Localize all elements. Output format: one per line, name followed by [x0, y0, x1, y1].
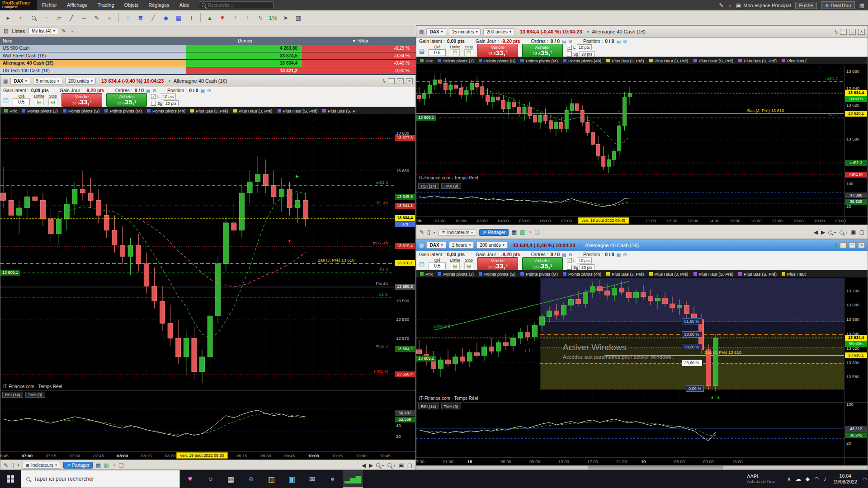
taskbar-clock[interactable]: 10:04 19/08/2022 [830, 470, 861, 488]
rsi-chip[interactable]: RSI (14) [418, 404, 439, 409]
order-ticket-icon[interactable]: ▤ [419, 47, 425, 54]
sell-button[interactable]: Vendre13 633,7 [477, 257, 518, 271]
buy-arrow-icon[interactable]: ▲ [204, 12, 215, 23]
dealthru-button[interactable]: ◆ DealThru [821, 1, 855, 9]
forward-icon[interactable]: ➤ [280, 12, 291, 23]
push-button[interactable]: Push+ [795, 2, 817, 9]
sell-arrow-icon[interactable]: ▼ [217, 12, 228, 23]
stop-order-icon[interactable]: ▤ [48, 99, 57, 105]
chart-grid-icon[interactable]: ▦ [3, 78, 8, 84]
quantity-input[interactable] [13, 99, 30, 105]
draw-tool-icon[interactable]: ✎ [420, 229, 424, 235]
chart-grid-icon[interactable]: ▦ [419, 242, 424, 248]
maximize-button[interactable]: □ [849, 29, 856, 35]
record-icon[interactable]: ● [728, 2, 731, 9]
column-header-dernier[interactable]: Dernier [186, 37, 302, 45]
indicator-tab[interactable]: Prix [4, 108, 17, 113]
percent-risk-icon[interactable]: 1% [268, 12, 278, 23]
watchlist-dropdown[interactable]: My list (4) ▾ [28, 28, 58, 34]
calendar-icon[interactable]: ▦ [96, 462, 101, 469]
horizontal-scrollbar[interactable] [416, 465, 868, 469]
indicator-tab[interactable]: Plus Bas (S, P [322, 108, 355, 113]
notification-icon[interactable]: ▭ [861, 470, 868, 488]
limite-order-icon[interactable]: ▤ [451, 263, 460, 269]
scroll-left-icon[interactable]: ◀ [362, 462, 366, 469]
stop-checkbox[interactable] [567, 52, 572, 56]
explorer-icon[interactable]: ▥ [261, 470, 282, 488]
scrollbar-thumb[interactable] [588, 466, 723, 470]
rsi-pane[interactable]: RSI (14)TMA (9) [0, 391, 394, 451]
indicator-tab[interactable]: Plus Haut (S, Pré) [693, 272, 734, 277]
indicator-tab[interactable]: Plus Bas ( [782, 58, 807, 63]
menu-item-affichage[interactable]: Affichage [62, 0, 93, 10]
limit-checkbox[interactable]: ✓ [151, 94, 156, 99]
rsi-pane[interactable]: RSI (14)TMA (9) [416, 403, 844, 457]
chart-grid-icon[interactable]: ▦ [419, 29, 424, 35]
news-ticker[interactable]: AAPL Achats de l’inv… [742, 470, 783, 488]
realtime-bolt-icon[interactable]: ϟ [382, 78, 386, 84]
tma-chip[interactable]: TMA (9) [25, 392, 45, 398]
indicator-tab[interactable]: Plus Haut (S, Pré) [278, 108, 318, 113]
task-view-icon[interactable]: ▦ [221, 470, 241, 488]
watchlist-row-selected[interactable]: Allemagne 40 Cash (1€)13 634,4-0,40 % [0, 60, 416, 67]
rsi-pane[interactable]: RSI (14)TMA (9) [416, 182, 844, 216]
chart-style-icon[interactable]: ▯ [11, 462, 14, 469]
indicator-tab[interactable]: Points pivots (4h) [147, 108, 185, 113]
position-close-icon[interactable]: ⊘ [207, 88, 211, 93]
order-book-icon[interactable]: ▥ [104, 462, 109, 469]
units-dropdown[interactable]: 200 unités▾ [65, 78, 96, 84]
indicator-tab[interactable]: Plus Haut (J, Pré) [649, 58, 689, 63]
cursor-cross-icon[interactable]: + [15, 12, 26, 23]
add-list-icon[interactable]: ＋ [70, 28, 75, 34]
buy-button[interactable]: Acheter13 635,1 [522, 257, 563, 271]
rsi-chip[interactable]: RSI (14) [418, 183, 439, 189]
text-tool-icon[interactable]: T [186, 12, 197, 23]
photos-app-icon[interactable]: ♥ [180, 470, 200, 488]
alerts-icon[interactable]: ◔ [528, 229, 531, 235]
menu-item-trading[interactable]: Trading [93, 0, 119, 10]
snapshot-icon[interactable]: ▣ [851, 229, 856, 235]
indicator-tab[interactable]: Points pivots (4h) [563, 58, 601, 63]
order-book-icon[interactable]: ▥ [520, 229, 525, 235]
minimize-button[interactable]: ─ [840, 242, 847, 248]
limit-pts-input[interactable]: 10 pts [577, 44, 592, 50]
workspace-selector[interactable]: ▣ Mon espace Principal [736, 2, 791, 9]
pencil-icon[interactable]: ✎ [91, 12, 102, 23]
bars-icon[interactable]: ▥ [293, 12, 304, 23]
start-button[interactable] [0, 470, 21, 488]
indicator-tab[interactable]: Plus Haut (J, Pré) [233, 108, 273, 113]
zoom-in-icon[interactable]: + [387, 462, 396, 469]
indicateurs-dropdown[interactable]: ≣Indicateurs▾ [23, 462, 60, 469]
zoom-lens-icon[interactable] [28, 12, 39, 23]
indicator-tab[interactable]: Points pivots (J) [438, 58, 474, 63]
position-close-icon[interactable]: ⊘ [623, 39, 627, 44]
position-book-icon[interactable]: ▤ [617, 39, 621, 44]
minimize-button[interactable]: ─ [388, 78, 395, 84]
calendar-icon[interactable]: ▦ [512, 229, 517, 235]
orders-cancel-icon[interactable]: ⊘ [569, 252, 572, 257]
onedrive-icon[interactable]: ☁ [796, 476, 801, 482]
stop-order-icon[interactable]: ▤ [464, 49, 473, 56]
eraser-icon[interactable]: ▱ [53, 12, 64, 23]
browser-app-icon[interactable]: ● [322, 470, 343, 488]
limite-order-icon[interactable]: ▤ [451, 49, 460, 56]
quantity-input[interactable] [429, 263, 446, 269]
limit-checkbox[interactable]: ✓ [567, 45, 572, 50]
partager-button[interactable]: ↗Partager [479, 229, 509, 236]
volume-icon[interactable]: ♪ [823, 476, 826, 482]
indicator-tab[interactable]: Prix [420, 272, 433, 277]
realtime-bolt-icon[interactable]: ϟ [835, 28, 838, 35]
store-icon[interactable]: ▣ [282, 470, 302, 488]
alarm-bell-icon[interactable]: ◔ [41, 12, 52, 23]
partager-button[interactable]: ↗Partager [63, 462, 93, 469]
horizontal-line-icon[interactable]: ─ [79, 12, 90, 23]
stop-order-icon[interactable]: ▤ [464, 263, 473, 269]
timeframe-dropdown[interactable]: 15 minutes▾ [449, 28, 481, 35]
realtime-bolt-icon[interactable]: ϟ [835, 242, 838, 249]
scroll-right-icon[interactable]: ▶ [369, 462, 373, 469]
stop-pts-input[interactable]: 20 pts [580, 264, 594, 270]
select-arrow-icon[interactable]: ▸ [3, 12, 14, 23]
close-button[interactable]: ✕ [406, 78, 413, 84]
close-button[interactable]: ✕ [858, 242, 865, 248]
orders-book-icon[interactable]: ▤ [562, 39, 566, 44]
